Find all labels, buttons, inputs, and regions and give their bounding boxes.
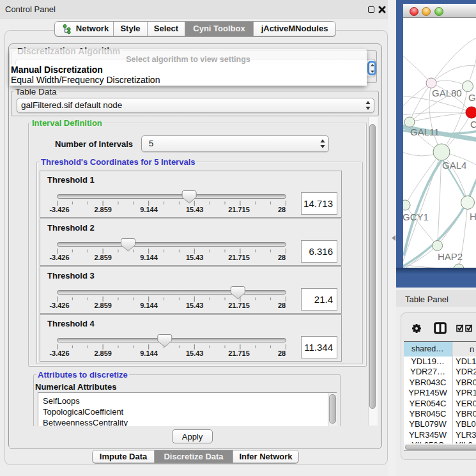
svg-text:GCY1: GCY1: [403, 211, 429, 222]
svg-text:GA: GA: [468, 92, 476, 103]
svg-text:-3.426: -3.426: [49, 206, 69, 213]
svg-text:9.144: 9.144: [140, 302, 158, 309]
svg-text:-3.426: -3.426: [49, 254, 69, 261]
svg-text:2.859: 2.859: [94, 302, 112, 309]
svg-text:6.316: 6.316: [309, 246, 333, 257]
svg-text:-3.426: -3.426: [49, 302, 69, 309]
svg-text:28: 28: [278, 254, 286, 261]
svg-text:HAP2: HAP2: [438, 251, 463, 262]
svg-text:15.43: 15.43: [186, 254, 204, 261]
svg-text:Threshold 1: Threshold 1: [47, 175, 95, 185]
svg-text:9.144: 9.144: [140, 254, 158, 261]
svg-text:28: 28: [278, 302, 286, 309]
svg-text:9.144: 9.144: [140, 206, 158, 213]
svg-text:Threshold 3: Threshold 3: [47, 271, 95, 280]
svg-text:21.4: 21.4: [314, 294, 333, 305]
svg-text:Threshold 2: Threshold 2: [47, 223, 95, 233]
svg-text:2.859: 2.859: [94, 206, 112, 213]
svg-text:C: C: [470, 119, 476, 130]
svg-text:GAL4: GAL4: [442, 160, 466, 171]
svg-text:9.144: 9.144: [140, 349, 158, 357]
svg-text:21.715: 21.715: [228, 206, 250, 213]
svg-text:14.713: 14.713: [303, 198, 333, 209]
svg-text:11.344: 11.344: [304, 342, 333, 353]
svg-text:-3.426: -3.426: [49, 349, 69, 357]
svg-text:28: 28: [278, 206, 286, 213]
svg-text:Threshold 4: Threshold 4: [47, 319, 95, 328]
svg-text:2.859: 2.859: [94, 349, 112, 357]
svg-text:15.43: 15.43: [186, 206, 204, 213]
svg-text:GAL11: GAL11: [410, 127, 440, 137]
svg-text:GAL80: GAL80: [432, 88, 462, 98]
svg-text:15.43: 15.43: [186, 349, 204, 357]
svg-text:28: 28: [278, 349, 286, 357]
svg-text:21.715: 21.715: [228, 349, 250, 357]
svg-text:21.715: 21.715: [228, 254, 250, 261]
svg-text:H: H: [470, 211, 476, 222]
svg-text:2.859: 2.859: [94, 254, 112, 261]
svg-text:15.43: 15.43: [186, 302, 204, 309]
svg-text:21.715: 21.715: [228, 302, 250, 309]
